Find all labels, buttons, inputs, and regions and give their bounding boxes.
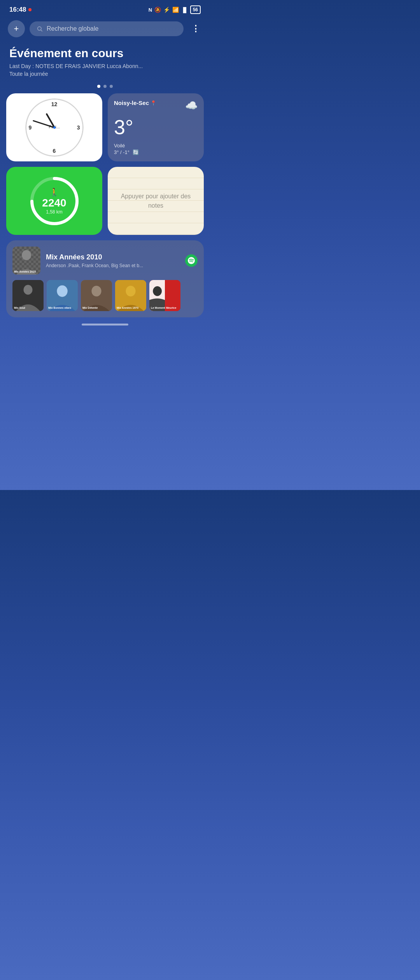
track-5[interactable]: Le Moment Meurice <box>149 280 180 311</box>
track-3[interactable]: Mix Détente <box>81 280 112 311</box>
spotify-playlist-title: Mix Années 2010 <box>46 253 180 261</box>
svg-point-11 <box>24 285 33 295</box>
weather-location: Noisy-le-Sec 📍 <box>114 100 156 106</box>
home-indicator <box>82 324 128 326</box>
cloud-icon: ☁️ <box>185 100 198 112</box>
spotify-header: Mix Années 2010 Mix Années 2010 Anderson… <box>12 247 198 275</box>
weather-bottom: Voilé 3° / -1° 🔄 <box>114 143 198 155</box>
more-button[interactable]: ⋮ <box>188 22 202 36</box>
clock-face: 12 3 6 9 Pari... <box>25 98 84 157</box>
weather-desc: Voilé <box>114 143 198 149</box>
steps-count: 2240 <box>42 198 66 208</box>
dot-3[interactable] <box>110 85 113 88</box>
track-2[interactable]: Mix Bonnes vibes <box>47 280 78 311</box>
track-4[interactable]: Mix Années 1970 <box>115 280 146 311</box>
track-5-label: Le Moment Meurice <box>151 306 179 310</box>
spotify-album-art: Mix Années 2010 <box>12 247 40 275</box>
search-row: + Recherche globale ⋮ <box>0 17 210 40</box>
location-pin-icon: 📍 <box>150 100 156 106</box>
refresh-icon: 🔄 <box>133 149 139 155</box>
event-subtitle: Last Day : NOTES DE FRAIS JANVIER Lucca … <box>9 63 201 69</box>
svg-line-1 <box>41 30 42 32</box>
weather-temp: 3° <box>114 117 198 137</box>
search-icon <box>37 26 43 32</box>
status-left: 16:48 <box>9 6 32 14</box>
dot-2[interactable] <box>103 85 107 88</box>
notes-widget[interactable]: Appuyer pour ajouter des notes <box>108 167 204 235</box>
status-time: 16:48 <box>9 6 26 14</box>
widget-grid: 12 3 6 9 Pari... Noisy-le-Sec 📍 ☁️ 3° Vo… <box>0 93 210 235</box>
weather-range: 3° / -1° 🔄 <box>114 149 198 155</box>
search-placeholder: Recherche globale <box>47 25 98 32</box>
track-1[interactable]: Mix Soul <box>12 280 44 311</box>
spotify-info: Mix Années 2010 Anderson .Paak, Frank Oc… <box>46 253 180 268</box>
signal-icon: ▐▌ <box>181 7 187 13</box>
album-label: Mix Années 2010 <box>14 270 36 273</box>
mute-icon: 🔕 <box>154 7 161 13</box>
steps-km: 1,58 km <box>42 209 66 215</box>
track-1-label: Mix Soul <box>14 306 42 310</box>
status-bar: 16:48 N 🔕 ⚡ 📶 ▐▌ 56 <box>0 0 210 17</box>
add-button[interactable]: + <box>8 20 25 37</box>
svg-point-13 <box>57 285 67 297</box>
event-section: Événement en cours Last Day : NOTES DE F… <box>0 40 210 82</box>
event-title: Événement en cours <box>9 47 201 60</box>
steps-icon: 🚶 <box>42 187 66 197</box>
svg-point-9 <box>22 250 31 260</box>
clock-widget[interactable]: 12 3 6 9 Pari... <box>6 93 102 161</box>
svg-point-20 <box>153 286 162 296</box>
notes-placeholder: Appuyer pour ajouter des notes <box>116 192 196 210</box>
steps-widget[interactable]: 🚶 2240 1,58 km <box>6 167 102 235</box>
spotify-logo <box>185 254 198 267</box>
track-3-label: Mix Détente <box>82 306 110 310</box>
battery-indicator: 56 <box>190 5 201 14</box>
clock-center <box>53 126 56 129</box>
svg-point-0 <box>38 27 41 30</box>
event-time: Toute la journée <box>9 71 201 77</box>
recording-dot <box>28 8 32 11</box>
clock-3: 3 <box>77 124 80 131</box>
svg-point-15 <box>91 286 101 296</box>
spotify-icon <box>188 257 195 264</box>
steps-content: 🚶 2240 1,58 km <box>42 187 66 215</box>
track-4-label: Mix Années 1970 <box>117 306 145 310</box>
battery-level: 56 <box>193 7 198 12</box>
nfc-icon: N <box>149 7 152 13</box>
page-dots <box>0 82 210 93</box>
clock-6: 6 <box>53 148 56 154</box>
spotify-widget[interactable]: Mix Années 2010 Mix Années 2010 Anderson… <box>6 240 204 317</box>
weather-widget[interactable]: Noisy-le-Sec 📍 ☁️ 3° Voilé 3° / -1° 🔄 <box>108 93 204 161</box>
track-2-label: Mix Bonnes vibes <box>48 306 76 310</box>
bluetooth-icon: ⚡ <box>163 7 170 13</box>
more-icon: ⋮ <box>191 24 200 34</box>
dot-1[interactable] <box>97 85 100 88</box>
weather-top: Noisy-le-Sec 📍 ☁️ <box>114 100 198 112</box>
spotify-playlist-subtitle: Anderson .Paak, Frank Ocean, Big Sean et… <box>46 263 180 268</box>
status-right: N 🔕 ⚡ 📶 ▐▌ 56 <box>149 5 201 14</box>
steps-ring: 🚶 2240 1,58 km <box>27 174 82 228</box>
svg-point-17 <box>126 286 135 296</box>
clock-12: 12 <box>51 101 58 107</box>
search-bar[interactable]: Recherche globale <box>30 21 184 36</box>
wifi-icon: 📶 <box>172 7 179 13</box>
spotify-tracks: Mix Soul Mix Bonnes vibes <box>12 280 198 311</box>
clock-9: 9 <box>29 124 32 131</box>
